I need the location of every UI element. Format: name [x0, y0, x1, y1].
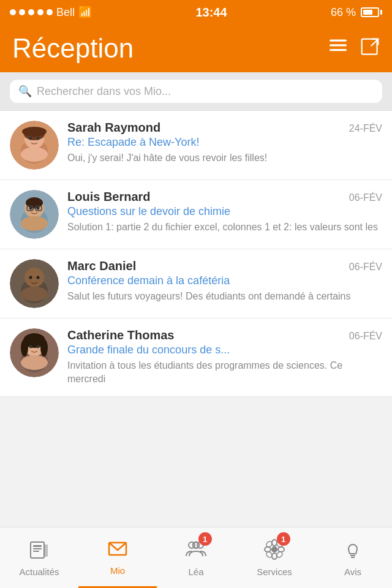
message-preview: Oui, j'y serai! J'ai hâte de vous revoir… — [67, 151, 382, 165]
tab-badge-lea: 1 — [198, 532, 212, 546]
message-list: Sarah Raymond 24-FÉV Re: Escapade à New-… — [0, 111, 392, 397]
svg-point-36 — [37, 345, 40, 349]
svg-point-48 — [272, 540, 277, 546]
dot1 — [10, 9, 16, 15]
signal-dots — [10, 9, 53, 15]
message-preview: Salut les futurs voyageurs! Des étudiant… — [67, 290, 382, 303]
tab-mio[interactable]: Mio — [78, 527, 157, 588]
svg-rect-0 — [330, 40, 347, 42]
message-date: 06-FÉV — [349, 192, 382, 203]
message-content: Louis Bernard 06-FÉV Questions sur le de… — [67, 190, 382, 234]
svg-point-27 — [37, 276, 40, 279]
battery-percent: 66 % — [331, 6, 356, 19]
svg-point-47 — [271, 546, 277, 552]
search-placeholder: Rechercher dans vos Mio... — [37, 85, 171, 98]
svg-rect-3 — [362, 39, 377, 55]
message-date: 06-FÉV — [349, 331, 382, 342]
message-content: Sarah Raymond 24-FÉV Re: Escapade à New-… — [67, 121, 382, 165]
message-subject: Re: Escapade à New-York! — [67, 136, 382, 149]
tab-services[interactable]: 1 Services — [235, 527, 314, 588]
tab-badge-services: 1 — [277, 532, 290, 546]
message-preview: Solution 1: partie 2 du fichier excel, c… — [67, 221, 382, 234]
svg-point-50 — [265, 547, 271, 552]
message-header: Marc Daniel 06-FÉV — [67, 259, 382, 273]
message-subject: Grande finale du concours de s... — [67, 344, 382, 356]
svg-point-51 — [278, 547, 284, 552]
message-item[interactable]: Louis Bernard 06-FÉV Questions sur le de… — [0, 180, 392, 249]
page-title: Réception — [12, 33, 134, 64]
svg-point-49 — [272, 553, 277, 559]
message-content: Marc Daniel 06-FÉV Conférence demain à l… — [67, 259, 382, 303]
message-sender: Catherine Thomas — [67, 328, 174, 342]
search-input-wrap[interactable]: 🔍 Rechercher dans vos Mio... — [10, 80, 382, 103]
tab-label-avis: Avis — [344, 567, 361, 577]
svg-point-37 — [21, 355, 48, 370]
message-preview: Invitation à tous les étudiants des prog… — [67, 359, 382, 386]
dot3 — [28, 9, 34, 15]
status-right: 66 % — [331, 6, 382, 19]
svg-point-9 — [22, 127, 47, 137]
tab-lea[interactable]: 1 Léa — [157, 527, 235, 588]
tab-bar: Actualités Mio 1 Léa 1 Services — [0, 527, 392, 588]
svg-rect-40 — [33, 548, 42, 549]
compose-button[interactable] — [360, 37, 380, 59]
battery-icon — [361, 7, 382, 17]
search-bar: 🔍 Rechercher dans vos Mio... — [0, 72, 392, 111]
battery-body — [361, 7, 379, 17]
message-item[interactable]: Catherine Thomas 06-FÉV Grande finale du… — [0, 318, 392, 397]
svg-point-22 — [21, 216, 48, 231]
tab-label-lea: Léa — [188, 567, 203, 577]
message-sender: Sarah Raymond — [67, 121, 160, 135]
message-header: Sarah Raymond 24-FÉV — [67, 121, 382, 135]
tab-icon-mio — [107, 538, 128, 563]
battery-fill — [363, 10, 372, 15]
header-icons — [327, 37, 380, 59]
tab-label-actualites: Actualités — [19, 567, 59, 577]
tab-label-mio: Mio — [110, 565, 125, 576]
message-header: Catherine Thomas 06-FÉV — [67, 328, 382, 342]
svg-point-25 — [24, 268, 44, 287]
svg-rect-41 — [33, 551, 39, 552]
dot4 — [37, 9, 43, 15]
svg-point-10 — [29, 137, 32, 140]
avatar — [10, 190, 59, 239]
message-sender: Louis Bernard — [67, 190, 151, 204]
tab-avis[interactable]: Avis — [314, 527, 392, 588]
svg-point-28 — [21, 287, 48, 301]
svg-rect-1 — [330, 44, 347, 46]
status-time: 13:44 — [195, 6, 227, 20]
svg-point-16 — [26, 197, 43, 208]
avatar — [10, 259, 59, 308]
svg-point-17 — [29, 207, 32, 210]
message-content: Catherine Thomas 06-FÉV Grande finale du… — [67, 328, 382, 386]
message-header: Louis Bernard 06-FÉV — [67, 190, 382, 204]
message-date: 24-FÉV — [349, 123, 382, 134]
message-item[interactable]: Sarah Raymond 24-FÉV Re: Escapade à New-… — [0, 111, 392, 180]
tab-label-services: Services — [257, 567, 292, 577]
wifi-icon: 📶 — [78, 6, 92, 19]
svg-rect-38 — [31, 542, 44, 558]
svg-point-35 — [29, 345, 32, 349]
svg-point-46 — [193, 542, 199, 548]
svg-point-34 — [40, 339, 48, 356]
svg-rect-39 — [33, 545, 42, 547]
status-bar: Bell 📶 13:44 66 % — [0, 0, 392, 24]
avatar — [10, 328, 59, 377]
menu-button[interactable] — [327, 39, 349, 58]
tab-icon-actualites — [29, 539, 50, 564]
svg-rect-2 — [330, 49, 347, 51]
search-icon: 🔍 — [18, 85, 32, 98]
carrier-name: Bell — [56, 6, 75, 19]
tab-actualites[interactable]: Actualités — [0, 527, 78, 588]
svg-point-12 — [21, 147, 48, 162]
tab-icon-avis — [342, 539, 363, 564]
message-item[interactable]: Marc Daniel 06-FÉV Conférence demain à l… — [0, 249, 392, 318]
dot2 — [19, 9, 25, 15]
svg-point-11 — [37, 137, 40, 140]
svg-point-26 — [29, 276, 32, 279]
message-subject: Questions sur le devoir de chimie — [67, 205, 382, 218]
svg-point-18 — [37, 207, 40, 210]
avatar — [10, 121, 59, 170]
svg-rect-42 — [44, 545, 48, 557]
header: Réception — [0, 24, 392, 72]
